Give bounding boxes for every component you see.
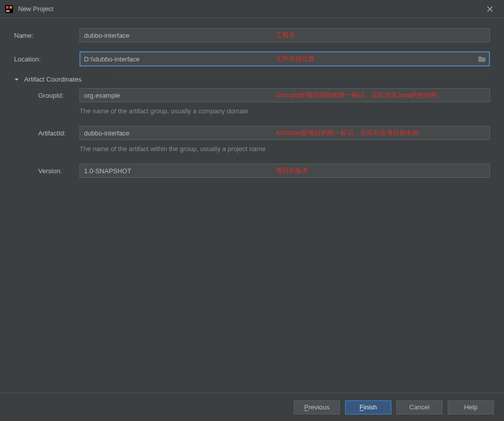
version-input[interactable] (79, 164, 490, 178)
artifactid-hint: The name of the artifact within the grou… (79, 145, 490, 153)
title-bar: New Project (0, 0, 504, 18)
finish-button[interactable]: Finish (345, 400, 391, 414)
artifactid-input[interactable] (79, 126, 490, 140)
location-input[interactable] (79, 51, 490, 66)
chevron-down-icon (14, 77, 21, 82)
svg-rect-3 (6, 11, 10, 12)
browse-folder-icon[interactable] (478, 55, 486, 62)
svg-rect-1 (6, 6, 9, 9)
groupid-hint: The name of the artifact group, usually … (79, 107, 490, 115)
help-button[interactable]: Help (448, 400, 494, 414)
window-title: New Project (18, 5, 53, 13)
previous-button[interactable]: Previous (294, 400, 340, 414)
artifactid-label: ArtifactId: (14, 129, 79, 137)
svg-rect-2 (10, 6, 12, 9)
content-area: Name: 工程名 Location: 文件存储位置 Artifact Coor… (0, 18, 504, 393)
artifact-coordinates-label: Artifact Coordinates (24, 76, 81, 83)
groupid-label: GroupId: (14, 92, 79, 99)
groupid-input[interactable] (79, 88, 490, 102)
name-label: Name: (14, 32, 79, 39)
name-input[interactable] (79, 28, 490, 42)
app-icon (5, 5, 13, 13)
dialog-footer: Previous Finish Cancel Help (0, 393, 504, 421)
cancel-button[interactable]: Cancel (396, 400, 443, 414)
location-label: Location: (14, 55, 79, 63)
close-button[interactable] (478, 0, 501, 18)
artifact-coordinates-toggle[interactable]: Artifact Coordinates (14, 76, 490, 83)
version-label: Version: (14, 167, 79, 175)
